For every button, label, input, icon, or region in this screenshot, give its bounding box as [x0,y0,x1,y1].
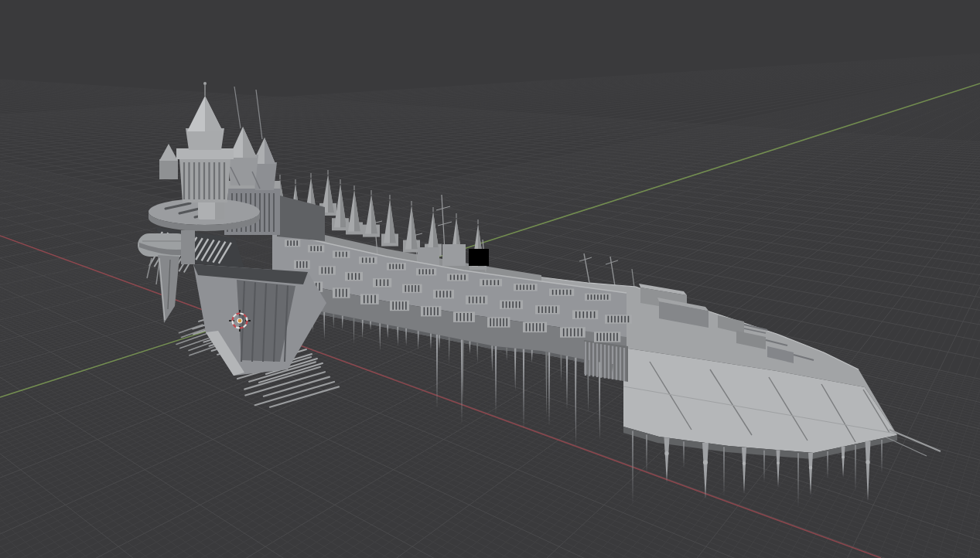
spire-ball [203,82,207,85]
parapet-block [469,249,489,266]
viewport-canvas[interactable] [0,0,980,558]
main-tower-upper [186,128,224,150]
side-pod [159,159,178,179]
main-tower-cornice [176,148,234,159]
blender-3d-viewport[interactable] [0,0,980,558]
parapet-block [442,244,466,266]
nose-bracket [181,230,195,264]
